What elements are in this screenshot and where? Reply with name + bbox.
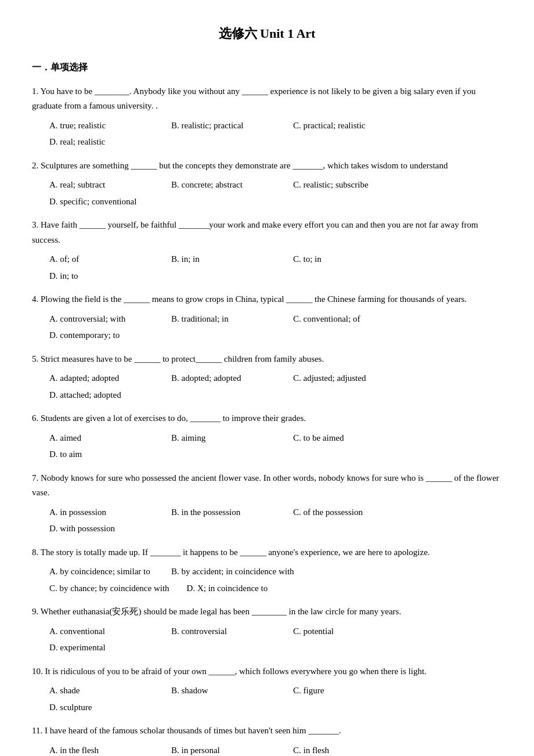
option-3-0-2: C. to; in [293,251,398,268]
option-11-0-0: A. in the flesh [49,742,154,756]
option-10-0-3: D. sculpture [49,699,154,716]
option-9-0-2: C. potential [293,623,398,640]
option-6-0-2: C. to be aimed [293,430,398,447]
options-row-10-0: A. shadeB. shadowC. figureD. sculpture [32,682,502,715]
question-text-2: 2. Sculptures are something ______ but t… [32,159,502,174]
option-5-0-2: C. adjusted; adjusted [293,370,398,387]
option-2-0-0: A. real; subtract [49,177,154,193]
option-8-1-1: D. X; in coincidence to [187,580,291,597]
question-text-9: 9. Whether euthanasia(安乐死) should be mad… [32,604,502,620]
option-4-0-2: C. conventional; of [293,311,398,327]
question-text-3: 3. Have faith ______ yourself, be faithf… [32,218,502,247]
options-row-5-0: A. adapted; adoptedB. adopted; adoptedC.… [32,370,502,403]
question-11: 11. I have heard of the famous scholar t… [32,723,502,756]
option-10-0-2: C. figure [293,682,398,699]
question-text-10: 10. It is ridiculous of you to be afraid… [32,664,502,679]
option-4-0-1: B. traditional; in [171,311,276,327]
options-row-4-0: A. controversial; withB. traditional; in… [32,311,502,344]
option-4-0-3: D. contemporary; to [49,327,154,344]
options-row-1-0: A. true; realisticB. realistic; practica… [32,117,502,150]
options-row-2-0: A. real; subtractB. concrete; abstractC.… [32,177,502,210]
option-8-1-0: C. by chance; by coincidence with [49,580,169,597]
option-9-0-3: D. experimental [49,639,154,656]
option-9-0-1: B. controversial [171,623,276,640]
option-2-0-3: D. specific; conventional [49,193,154,210]
option-1-0-3: D. real; realistic [49,134,154,150]
page-title: 选修六 Unit 1 Art [32,23,502,44]
option-8-0-1: B. by accident; in coincidence with [171,563,294,580]
question-7: 7. Nobody knows for sure who possessed t… [32,471,502,537]
question-text-5: 5. Strict measures have to be ______ to … [32,352,502,367]
option-2-0-2: C. realistic; subscribe [293,177,398,193]
question-text-8: 8. The story is totally made up. If ____… [32,545,502,560]
question-1: 1. You have to be ________. Anybody like… [32,84,502,150]
question-3: 3. Have faith ______ yourself, be faithf… [32,218,502,284]
options-row-8-1: C. by chance; by coincidence withD. X; i… [32,580,502,597]
question-text-11: 11. I have heard of the famous scholar t… [32,723,502,739]
question-text-6: 6. Students are given a lot of exercises… [32,411,502,426]
question-2: 2. Sculptures are something ______ but t… [32,159,502,210]
question-4: 4. Plowing the field is the ______ means… [32,292,502,344]
option-10-0-1: B. shadow [171,682,276,699]
section-title: 一．单项选择 [32,60,502,75]
option-9-0-0: A. conventional [49,623,154,640]
option-2-0-1: B. concrete; abstract [171,177,276,193]
question-9: 9. Whether euthanasia(安乐死) should be mad… [32,604,502,656]
options-row-6-0: A. aimedB. aimingC. to be aimedD. to aim [32,430,502,463]
option-7-0-0: A. in possession [49,504,154,521]
question-10: 10. It is ridiculous of you to be afraid… [32,664,502,716]
option-11-0-2: C. in flesh [293,742,398,756]
option-7-0-1: B. in the possession [171,504,276,521]
question-8: 8. The story is totally made up. If ____… [32,545,502,597]
options-row-11-0: A. in the fleshB. in personalC. in flesh… [32,742,502,756]
option-5-0-1: B. adopted; adopted [171,370,276,387]
option-1-0-2: C. practical; realistic [293,117,398,134]
option-8-0-0: A. by coincidence; similar to [49,563,154,580]
option-10-0-0: A. shade [49,682,154,699]
option-11-0-1: B. in personal [171,742,276,756]
options-row-3-0: A. of; ofB. in; inC. to; inD. in; to [32,251,502,284]
option-6-0-1: B. aiming [171,430,276,447]
question-6: 6. Students are given a lot of exercises… [32,411,502,463]
option-3-0-1: B. in; in [171,251,276,268]
option-6-0-3: D. to aim [49,446,154,463]
option-4-0-0: A. controversial; with [49,311,154,327]
option-3-0-0: A. of; of [49,251,154,268]
options-row-9-0: A. conventionalB. controversialC. potent… [32,623,502,656]
question-text-4: 4. Plowing the field is the ______ means… [32,292,502,307]
option-3-0-3: D. in; to [49,268,154,285]
option-6-0-0: A. aimed [49,430,154,447]
option-7-0-3: D. with possession [49,520,154,537]
options-row-8-0: A. by coincidence; similar toB. by accid… [32,563,502,580]
option-5-0-0: A. adapted; adopted [49,370,154,387]
question-text-1: 1. You have to be ________. Anybody like… [32,84,502,114]
option-1-0-0: A. true; realistic [49,117,154,134]
question-5: 5. Strict measures have to be ______ to … [32,352,502,404]
option-1-0-1: B. realistic; practical [171,117,276,134]
option-5-0-3: D. attached; adopted [49,387,154,404]
options-row-7-0: A. in possessionB. in the possessionC. o… [32,504,502,537]
option-7-0-2: C. of the possession [293,504,398,521]
question-text-7: 7. Nobody knows for sure who possessed t… [32,471,502,501]
